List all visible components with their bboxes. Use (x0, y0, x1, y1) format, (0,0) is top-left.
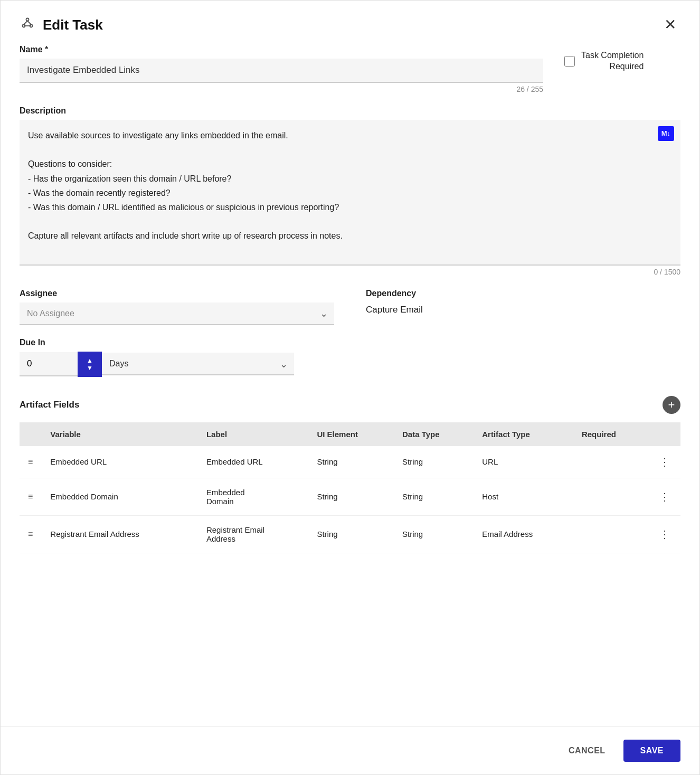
description-section: Description M↓ Use available sources to … (20, 106, 680, 276)
row-menu-cell: ⋮ (649, 478, 680, 515)
assignee-label: Assignee (20, 289, 334, 298)
dependency-label: Dependency (366, 289, 680, 298)
close-button[interactable]: ✕ (660, 15, 680, 34)
svg-line-3 (24, 21, 27, 25)
drag-handle-icon[interactable]: ≡ (28, 492, 33, 501)
required-cell (573, 478, 649, 515)
stepper-down-icon: ▼ (87, 365, 93, 371)
task-completion-checkbox[interactable] (564, 56, 575, 67)
markdown-badge[interactable]: M↓ (658, 126, 674, 141)
name-field-wrap: Name * 26 / 255 (20, 45, 543, 93)
due-in-number-input[interactable] (20, 352, 78, 376)
required-cell (573, 515, 649, 553)
artifact-table-header-row: Variable Label UI Element Data Type Arti… (20, 422, 680, 446)
variable-cell: Registrant Email Address (42, 515, 198, 553)
dependency-value: Capture Email (366, 303, 680, 315)
col-variable: Variable (42, 422, 198, 446)
data-type-cell: String (394, 478, 474, 515)
artifact-type-cell: URL (474, 446, 573, 478)
stepper-button[interactable]: ▲ ▼ (78, 352, 102, 377)
task-completion-wrap: Task CompletionRequired (564, 45, 680, 72)
assignee-dependency-row: Assignee No Assignee ⌄ Dependency Captur… (20, 289, 680, 325)
label-cell: Embedded URL (198, 446, 309, 478)
name-label: Name * (20, 45, 543, 54)
table-row: ≡ Embedded Domain Embedded Domain String… (20, 478, 680, 515)
col-artifact-type: Artifact Type (474, 422, 573, 446)
required-cell (573, 446, 649, 478)
artifact-fields-section: Artifact Fields + Variable Label UI Elem… (20, 392, 680, 553)
modal-header: Edit Task ✕ (1, 1, 699, 45)
col-data-type: Data Type (394, 422, 474, 446)
ui-element-cell: String (308, 446, 394, 478)
assignee-select-wrap: No Assignee ⌄ (20, 303, 334, 325)
variable-cell: Embedded Domain (42, 478, 198, 515)
variable-cell: Embedded URL (42, 446, 198, 478)
dependency-col: Dependency Capture Email (366, 289, 680, 315)
col-label: Label (198, 422, 309, 446)
required-marker: * (45, 45, 48, 54)
artifact-type-cell: Host (474, 478, 573, 515)
assignee-col: Assignee No Assignee ⌄ (20, 289, 334, 325)
drag-handle-cell: ≡ (20, 478, 42, 515)
label-cell: Embedded Domain (198, 478, 309, 515)
svg-point-0 (26, 18, 29, 21)
row-menu-cell: ⋮ (649, 515, 680, 553)
save-button[interactable]: SAVE (623, 740, 680, 762)
col-drag (20, 422, 42, 446)
name-char-count: 26 / 255 (20, 85, 543, 93)
ui-element-cell: String (308, 478, 394, 515)
due-in-row: ▲ ▼ Days ⌄ (20, 352, 294, 377)
cancel-button[interactable]: CANCEL (559, 741, 615, 761)
label-cell: Registrant Email Address (198, 515, 309, 553)
add-artifact-button[interactable]: + (663, 396, 680, 414)
table-row: ≡ Registrant Email Address Registrant Em… (20, 515, 680, 553)
artifact-fields-title: Artifact Fields (20, 400, 79, 410)
task-completion-label: Task CompletionRequired (581, 50, 644, 72)
data-type-cell: String (394, 515, 474, 553)
col-actions (649, 422, 680, 446)
row-menu-button[interactable]: ⋮ (657, 528, 672, 541)
description-label: Description (20, 106, 680, 116)
days-select-wrap: Days ⌄ (102, 353, 294, 375)
svg-line-4 (27, 21, 31, 25)
due-in-label: Due In (20, 338, 680, 347)
due-in-section: Due In ▲ ▼ Days ⌄ (20, 338, 680, 377)
edit-task-modal: Edit Task ✕ Name * 26 / 255 Task Complet… (0, 0, 700, 775)
task-icon (20, 15, 35, 34)
assignee-select[interactable]: No Assignee (20, 303, 334, 325)
name-input[interactable] (20, 59, 543, 83)
artifact-type-cell: Email Address (474, 515, 573, 553)
data-type-cell: String (394, 446, 474, 478)
description-text: Use available sources to investigate any… (28, 128, 672, 243)
artifact-fields-header: Artifact Fields + (20, 392, 680, 418)
modal-body: Name * 26 / 255 Task CompletionRequired … (1, 45, 699, 553)
stepper-up-icon: ▲ (87, 357, 93, 364)
col-ui-element: UI Element (308, 422, 394, 446)
days-select[interactable]: Days (102, 353, 294, 375)
modal-title: Edit Task (20, 15, 103, 34)
name-row: Name * 26 / 255 Task CompletionRequired (20, 45, 680, 93)
footer-buttons: CANCEL SAVE (1, 726, 699, 774)
row-menu-button[interactable]: ⋮ (657, 490, 672, 503)
artifact-table: Variable Label UI Element Data Type Arti… (20, 422, 680, 553)
col-required: Required (573, 422, 649, 446)
name-section: Name * 26 / 255 Task CompletionRequired (20, 45, 680, 93)
row-menu-cell: ⋮ (649, 446, 680, 478)
drag-handle-cell: ≡ (20, 446, 42, 478)
drag-handle-icon[interactable]: ≡ (28, 530, 33, 538)
drag-handle-icon[interactable]: ≡ (28, 457, 33, 466)
description-box: M↓ Use available sources to investigate … (20, 120, 680, 266)
drag-handle-cell: ≡ (20, 515, 42, 553)
table-row: ≡ Embedded URL Embedded URL String Strin… (20, 446, 680, 478)
modal-title-text: Edit Task (43, 17, 103, 33)
artifact-table-body: ≡ Embedded URL Embedded URL String Strin… (20, 446, 680, 553)
ui-element-cell: String (308, 515, 394, 553)
row-menu-button[interactable]: ⋮ (657, 456, 672, 468)
artifact-table-head: Variable Label UI Element Data Type Arti… (20, 422, 680, 446)
description-char-count: 0 / 1500 (20, 268, 680, 276)
